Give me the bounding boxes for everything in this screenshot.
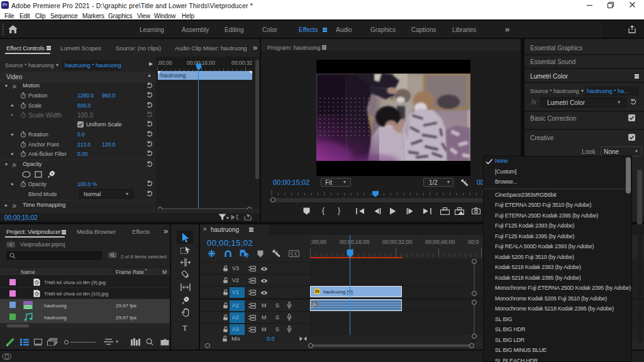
svg-text:fx: fx: [313, 302, 316, 307]
